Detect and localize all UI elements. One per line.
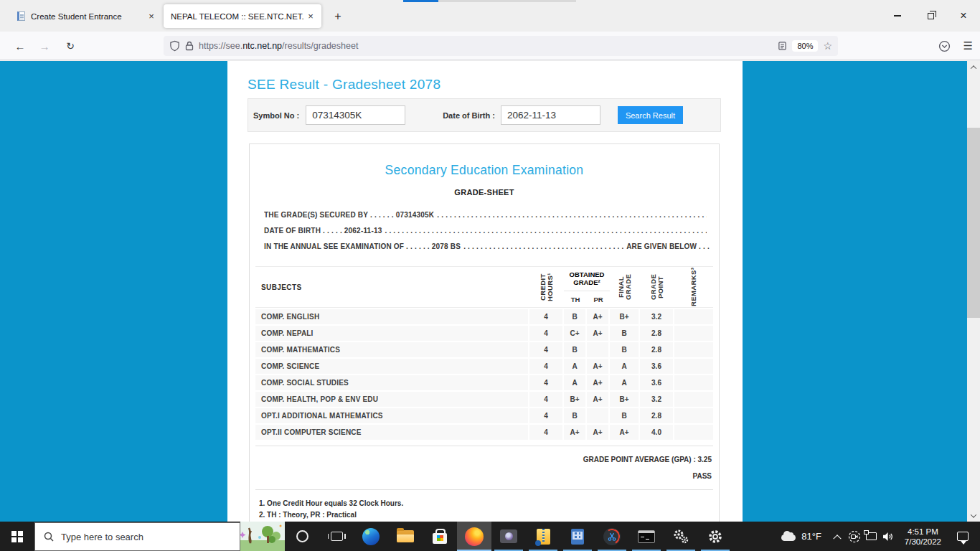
volume-button[interactable] <box>880 522 897 551</box>
lock-icon[interactable] <box>185 41 194 51</box>
column-th: TH <box>564 291 587 307</box>
cell-subject: COMP. MATHEMATICS <box>255 342 529 357</box>
reload-button[interactable]: ↻ <box>60 36 80 56</box>
tab-loading-indicator <box>403 0 438 2</box>
grades-table-header: SUBJECTS CREDIT HOURS¹ OBTAINED GRADE² T… <box>255 266 713 308</box>
table-row: OPT.II COMPUTER SCIENCE 4 A+ A+ A+ 4.0 <box>255 425 713 440</box>
grades-table: SUBJECTS CREDIT HOURS¹ OBTAINED GRADE² T… <box>255 266 713 440</box>
cell-th-grade: A <box>564 375 587 390</box>
cell-credit-hours: 4 <box>529 359 564 374</box>
settings-button[interactable] <box>698 522 732 551</box>
dob-input[interactable] <box>501 105 600 125</box>
cell-credit-hours: 4 <box>529 392 564 407</box>
snipping-tool-button[interactable] <box>595 522 629 551</box>
microsoft-store-button[interactable] <box>423 522 457 551</box>
menu-hamburger-icon[interactable]: ☰ <box>963 39 973 52</box>
cell-th-grade: A <box>564 359 587 374</box>
taskbar-clock[interactable]: 4:51 PM 7/30/2022 <box>897 527 948 547</box>
column-remarks: REMARKS³ <box>674 267 713 307</box>
show-hidden-icons-button[interactable] <box>829 522 846 551</box>
start-button[interactable] <box>0 522 34 551</box>
bookmark-star-icon[interactable]: ☆ <box>823 40 832 52</box>
symbol-no-input[interactable] <box>306 105 405 125</box>
cell-pr-grade: A+ <box>587 326 610 341</box>
cortana-button[interactable] <box>285 522 319 551</box>
table-row: COMP. SOCIAL STUDIES 4 A A+ A 3.6 <box>255 375 713 390</box>
scrollbar[interactable] <box>967 61 980 522</box>
cell-final-grade: B <box>610 326 640 341</box>
cell-remarks <box>674 392 713 407</box>
zoom-level-indicator[interactable]: 80% <box>792 40 818 52</box>
restore-button[interactable] <box>914 0 947 32</box>
action-center-button[interactable] <box>948 522 977 551</box>
file-explorer-button[interactable] <box>388 522 423 551</box>
reader-view-icon[interactable] <box>778 41 787 51</box>
column-pr: PR <box>587 291 610 307</box>
cell-grade-point: 3.2 <box>640 309 674 324</box>
scroll-up-button[interactable] <box>967 61 980 73</box>
cell-final-grade: A <box>610 359 640 374</box>
scissors-icon <box>603 528 621 545</box>
url-path: /results/gradesheet <box>282 41 358 51</box>
winzip-button[interactable] <box>526 522 560 551</box>
minimize-button[interactable] <box>881 0 914 32</box>
network-button[interactable] <box>863 522 880 551</box>
camera-app-button[interactable] <box>491 522 526 551</box>
cell-remarks <box>674 408 713 423</box>
meet-now-button[interactable] <box>846 522 863 551</box>
close-tab-icon[interactable]: × <box>304 10 317 23</box>
tab-create-student-entrance[interactable]: Create Student Entrance × <box>10 4 162 28</box>
search-result-button[interactable]: Search Result <box>618 106 683 124</box>
url-text[interactable]: https://see.ntc.net.np/results/gradeshee… <box>199 41 773 51</box>
search-highlights-button[interactable] <box>240 522 285 551</box>
statement-line: THE GRADE(S) SECURED BY . . . . . . 0731… <box>264 207 710 223</box>
edge-button[interactable] <box>354 522 388 551</box>
cell-pr-grade <box>587 342 610 357</box>
weather-temperature: 81°F <box>801 531 821 542</box>
footnote: 1. One Credit Hour equals 32 Clock Hours… <box>259 497 713 509</box>
back-button[interactable]: ← <box>10 36 30 56</box>
firefox-button[interactable] <box>457 522 491 551</box>
cell-final-grade: B <box>610 408 640 423</box>
window-controls: × <box>881 0 980 32</box>
page-title: SEE Result - Gradesheet 2078 <box>248 77 440 93</box>
windows-taskbar: Type here to search <box>0 522 980 551</box>
gradesheet-subheading: GRADE-SHEET <box>250 188 719 197</box>
taskbar-search-box[interactable]: Type here to search <box>34 522 240 551</box>
footnotes: 1. One Credit Hour equals 32 Clock Hours… <box>259 497 713 522</box>
cell-subject: OPT.II COMPUTER SCIENCE <box>255 425 529 440</box>
address-bar[interactable]: https://see.ntc.net.np/results/gradeshee… <box>164 36 838 56</box>
command-prompt-button[interactable] <box>629 522 664 551</box>
forward-button[interactable]: → <box>34 36 55 56</box>
windows-logo-icon <box>11 531 23 542</box>
cell-pr-grade: A+ <box>587 392 610 407</box>
search-placeholder: Type here to search <box>61 532 143 542</box>
speaker-icon <box>882 532 895 542</box>
close-window-button[interactable]: × <box>947 0 980 32</box>
new-tab-button[interactable]: + <box>329 7 347 26</box>
tab-title: NEPAL TELECOM :: SEE.NTC.NET.NP <box>171 12 304 21</box>
tracking-shield-icon[interactable] <box>169 40 180 52</box>
table-row: COMP. SCIENCE 4 A A+ A 3.6 <box>255 359 713 374</box>
pocket-icon[interactable] <box>938 40 951 52</box>
weather-widget[interactable]: 81°F <box>774 522 829 551</box>
gradesheet-panel: Secondary Education Examination GRADE-SH… <box>249 143 720 522</box>
close-tab-icon[interactable]: × <box>145 10 158 23</box>
calculator-button[interactable] <box>560 522 595 551</box>
gradesheet-statements: THE GRADE(S) SECURED BY . . . . . . 0731… <box>264 207 710 255</box>
browser-tab-bar: Create Student Entrance × NEPAL TELECOM … <box>0 0 980 32</box>
cell-final-grade: A+ <box>610 425 640 440</box>
scrollbar-thumb[interactable] <box>967 128 980 318</box>
task-view-button[interactable] <box>319 522 354 551</box>
cell-subject: COMP. SOCIAL STUDIES <box>255 375 529 390</box>
cloud-icon <box>781 534 796 541</box>
cell-final-grade: B <box>610 342 640 357</box>
column-obtained-grade: OBTAINED GRADE² TH PR <box>564 267 610 307</box>
task-view-icon <box>331 532 343 541</box>
page-container: SEE Result - Gradesheet 2078 Symbol No :… <box>227 61 743 522</box>
cell-pr-grade: A+ <box>587 309 610 324</box>
gear-icon <box>707 529 723 545</box>
scroll-down-button[interactable] <box>967 509 980 522</box>
tab-nepal-telecom[interactable]: NEPAL TELECOM :: SEE.NTC.NET.NP × <box>164 4 321 28</box>
services-button[interactable] <box>664 522 698 551</box>
